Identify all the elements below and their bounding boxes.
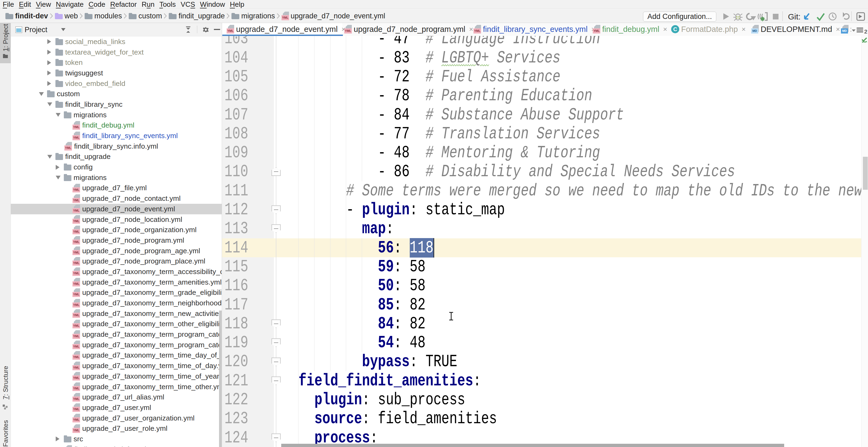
- svg-text:2: 2: [864, 28, 867, 34]
- svg-text:Git:: Git:: [788, 12, 801, 21]
